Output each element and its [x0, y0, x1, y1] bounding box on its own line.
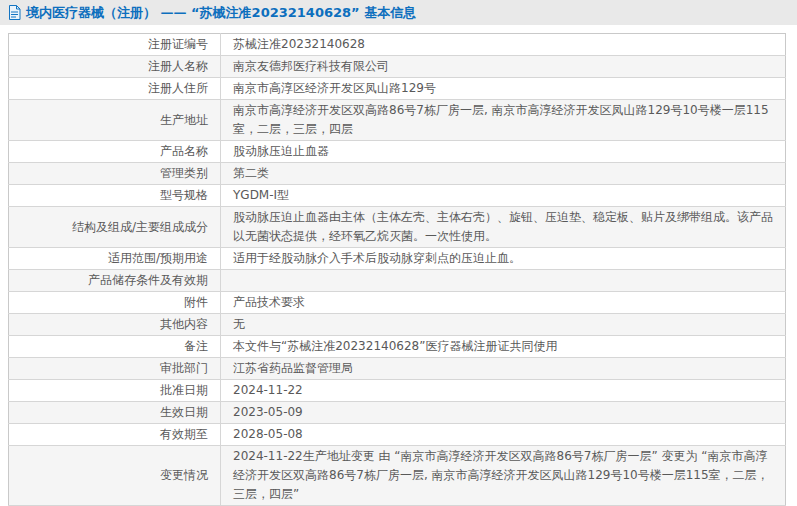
row-label-text: 结构及组成/主要组成成分 [72, 220, 208, 234]
row-label-text: 管理类别 [160, 166, 208, 180]
table-row: 管理类别第二类 [9, 163, 786, 185]
row-label: 变更情况 [9, 446, 221, 506]
document-icon [8, 5, 21, 20]
row-label-text: 批准日期 [160, 383, 208, 397]
row-label: 型号规格 [9, 185, 221, 207]
row-value: 产品技术要求 [221, 292, 786, 314]
row-label: 备注 [9, 336, 221, 358]
row-label: 产品名称 [9, 141, 221, 163]
row-value: 苏械注准20232140628 [221, 34, 786, 56]
row-label: 产品储存条件及有效期 [9, 270, 221, 292]
table-row: 产品储存条件及有效期 [9, 270, 786, 292]
table-row: 注册人名称南京友德邦医疗科技有限公司 [9, 56, 786, 78]
table-row: 附件产品技术要求 [9, 292, 786, 314]
row-label-text: 其他内容 [160, 317, 208, 331]
row-value: 2024-11-22 [221, 380, 786, 402]
row-label-text: 审批部门 [160, 361, 208, 375]
row-label-text: 注册人名称 [148, 59, 208, 73]
row-label: 注册证编号 [9, 34, 221, 56]
basic-info-table: 注册证编号苏械注准20232140628注册人名称南京友德邦医疗科技有限公司注册… [8, 33, 786, 506]
row-label: 批准日期 [9, 380, 221, 402]
row-value [221, 270, 786, 292]
row-label-text: 变更情况 [160, 468, 208, 482]
table-row: 批准日期2024-11-22 [9, 380, 786, 402]
row-label-text: 产品名称 [160, 144, 208, 158]
table-row: 适用范围/预期用途适用于经股动脉介入手术后股动脉穿刺点的压迫止血。 [9, 248, 786, 270]
row-value: 股动脉压迫止血器由主体（主体左壳、主体右壳）、旋钮、压迫垫、稳定板、贴片及绑带组… [221, 207, 786, 248]
row-label: 适用范围/预期用途 [9, 248, 221, 270]
row-label: 生效日期 [9, 402, 221, 424]
table-row: 产品名称股动脉压迫止血器 [9, 141, 786, 163]
row-label-text: 有效期至 [160, 427, 208, 441]
row-value: 第二类 [221, 163, 786, 185]
row-label: 管理类别 [9, 163, 221, 185]
row-label-text: 生产地址 [160, 113, 208, 127]
row-label-text: 注册证编号 [148, 37, 208, 51]
table-row: 备注本文件与“苏械注准20232140628”医疗器械注册证共同使用 [9, 336, 786, 358]
page-header: 境内医疗器械（注册） —— “苏械注准20232140628” 基本信息 [0, 0, 797, 25]
row-value: 2024-11-22生产地址变更 由 “南京市高淳经济开发区双高路86号7栋厂房… [221, 446, 786, 506]
row-label-text: 备注 [184, 339, 208, 353]
row-value: 适用于经股动脉介入手术后股动脉穿刺点的压迫止血。 [221, 248, 786, 270]
row-value: 股动脉压迫止血器 [221, 141, 786, 163]
row-value: 南京市高淳经济开发区双高路86号7栋厂房一层, 南京市高淳经济开发区凤山路129… [221, 100, 786, 141]
table-row: 生产地址南京市高淳经济开发区双高路86号7栋厂房一层, 南京市高淳经济开发区凤山… [9, 100, 786, 141]
row-value: 南京友德邦医疗科技有限公司 [221, 56, 786, 78]
table-row: 生效日期2023-05-09 [9, 402, 786, 424]
row-value: 江苏省药品监督管理局 [221, 358, 786, 380]
row-label-text: 附件 [184, 295, 208, 309]
row-label-text: 型号规格 [160, 188, 208, 202]
row-value: 2023-05-09 [221, 402, 786, 424]
row-value: 2028-05-08 [221, 424, 786, 446]
row-label: 生产地址 [9, 100, 221, 141]
table-row: 型号规格YGDM-I型 [9, 185, 786, 207]
table-row: 审批部门江苏省药品监督管理局 [9, 358, 786, 380]
table-row: 注册证编号苏械注准20232140628 [9, 34, 786, 56]
page-title: 境内医疗器械（注册） —— “苏械注准20232140628” 基本信息 [26, 4, 416, 22]
row-label: 附件 [9, 292, 221, 314]
row-value: YGDM-I型 [221, 185, 786, 207]
table-row: 变更情况2024-11-22生产地址变更 由 “南京市高淳经济开发区双高路86号… [9, 446, 786, 506]
row-label-text: 产品储存条件及有效期 [88, 273, 208, 287]
table-row: 有效期至2028-05-08 [9, 424, 786, 446]
table-row: 结构及组成/主要组成成分股动脉压迫止血器由主体（主体左壳、主体右壳）、旋钮、压迫… [9, 207, 786, 248]
row-label: 其他内容 [9, 314, 221, 336]
table-row: 注册人住所南京市高淳区经济开发区凤山路129号 [9, 78, 786, 100]
row-label: 有效期至 [9, 424, 221, 446]
row-label-text: 生效日期 [160, 405, 208, 419]
row-value: 本文件与“苏械注准20232140628”医疗器械注册证共同使用 [221, 336, 786, 358]
row-label: 注册人住所 [9, 78, 221, 100]
row-label-text: 注册人住所 [148, 81, 208, 95]
row-value: 南京市高淳区经济开发区凤山路129号 [221, 78, 786, 100]
row-value: 无 [221, 314, 786, 336]
row-label: 审批部门 [9, 358, 221, 380]
table-row: 其他内容无 [9, 314, 786, 336]
row-label: 注册人名称 [9, 56, 221, 78]
row-label: 结构及组成/主要组成成分 [9, 207, 221, 248]
row-label-text: 适用范围/预期用途 [108, 251, 208, 265]
